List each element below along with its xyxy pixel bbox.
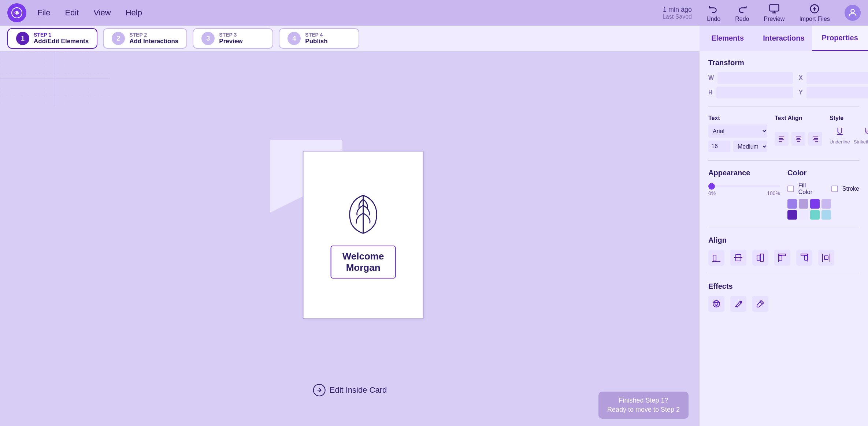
underline-label: Underline [830,139,850,145]
text-subsection: Text Arial Helvetica Times New Roman Med… [708,115,767,152]
stroke-label: Stroke [842,186,859,192]
width-input[interactable] [717,72,793,84]
menu-help[interactable]: Help [126,8,142,18]
color-swatch[interactable] [810,210,820,220]
right-tabs: Elements Interactions Properties [700,26,868,51]
effect-pen-button[interactable] [752,296,768,312]
appearance-title: Appearance [708,169,780,177]
x-input[interactable] [806,72,868,84]
align-left-button[interactable] [775,132,789,146]
tab-elements[interactable]: Elements [700,26,756,51]
font-size-input[interactable] [708,141,730,152]
color-swatch[interactable] [787,199,797,209]
top-menu: File Edit View Help [37,8,652,18]
svg-point-1 [16,12,18,14]
step-3-label: STEP 3 [219,32,242,38]
effect-blur-button[interactable] [708,296,724,312]
svg-point-46 [716,305,717,306]
color-swatch[interactable] [821,210,831,220]
menu-file[interactable]: File [37,8,50,18]
step-2-name: Add Interactions [129,38,178,45]
y-input[interactable] [806,87,868,98]
y-field: Y [799,87,868,98]
align-bottom-button[interactable] [708,250,724,266]
color-swatch[interactable] [799,210,808,220]
effects-buttons [708,296,859,312]
color-swatch[interactable] [810,199,820,209]
step-1[interactable]: 1 STEP 1 Add/Edit Elements [7,28,97,49]
height-input[interactable] [716,87,793,98]
effects-title: Effects [708,282,859,291]
align-right-button[interactable] [808,132,822,146]
tab-interactions[interactable]: Interactions [756,26,812,51]
strikethrough-button[interactable]: U [859,124,868,138]
style-label: Style [830,115,868,122]
font-size-row: Medium Regular Bold [708,141,767,152]
svg-rect-26 [713,255,716,261]
distribute-button[interactable] [818,250,834,266]
stroke-checkbox[interactable] [831,186,838,192]
transform-section: Transform W X ↻ 0° H [708,59,859,98]
import-files-button[interactable]: Import Files [799,3,830,22]
step-4-name: Publish [305,38,327,45]
opacity-labels: 0% 100% [708,190,780,196]
step-3[interactable]: 3 STEP 3 Preview [193,28,273,49]
svg-rect-41 [824,256,828,259]
save-label: Last Saved [663,14,692,20]
undo-button[interactable]: Undo [706,3,720,22]
color-swatch[interactable] [821,199,831,209]
step-2-number: 2 [112,32,125,45]
y-label: Y [799,89,803,96]
step-4[interactable]: 4 STEP 4 Publish [279,28,359,49]
step-3-number: 3 [201,32,215,45]
app-logo[interactable] [7,3,26,22]
tab-properties[interactable]: Properties [812,26,868,51]
align-left-btn[interactable] [774,250,790,266]
color-title: Color [787,169,859,177]
align-center-button[interactable] [791,132,805,146]
right-panel: Transform W X ↻ 0° H [700,51,868,426]
appearance-color-section: Appearance 0% 100% Color Fill Color [708,169,859,220]
step-4-number: 4 [288,32,301,45]
card-welcome-line2: Morgan [342,262,384,273]
color-subsection: Color Fill Color Stroke [787,169,859,220]
steps-and-tabs-bar: 1 STEP 1 Add/Edit Elements 2 STEP 2 Add … [0,26,868,51]
step-1-number: 1 [16,32,29,45]
font-select[interactable]: Arial Helvetica Times New Roman [708,124,767,138]
text-align-buttons [775,132,822,146]
fill-checkbox[interactable] [787,186,794,192]
canvas-area[interactable]: Welcome Morgan Edit Inside Card Finished… [0,51,700,426]
step-1-name: Add/Edit Elements [34,38,89,45]
finished-step-banner[interactable]: Finished Step 1? Ready to move to Step 2 [598,392,689,419]
svg-rect-9 [0,51,110,106]
text-align-subsection: Text Align [775,115,822,146]
w-label: W [708,75,714,81]
card-wrapper: Welcome Morgan [270,136,424,326]
top-right-area: 1 min ago Last Saved Undo Redo Preview I… [663,3,861,22]
edit-inside-card-button[interactable]: Edit Inside Card [313,384,387,397]
step-2[interactable]: 2 STEP 2 Add Interactions [103,28,187,49]
align-buttons-row [708,250,859,266]
redo-button[interactable]: Redo [735,3,749,22]
align-center-v-button[interactable] [730,250,746,266]
user-avatar[interactable] [845,5,861,21]
menu-view[interactable]: View [93,8,111,18]
align-section: Align [708,236,859,266]
color-swatch[interactable] [799,199,808,209]
align-right-btn[interactable] [796,250,812,266]
finished-line2: Ready to move to Step 2 [607,405,680,414]
svg-rect-31 [761,254,764,261]
effect-paint-button[interactable] [730,296,746,312]
text-sub-label: Text [708,115,767,122]
svg-point-6 [851,10,854,13]
svg-rect-2 [769,5,779,11]
opacity-slider[interactable] [708,185,780,187]
menu-edit[interactable]: Edit [65,8,79,18]
color-swatches [787,199,831,220]
align-center-h-button[interactable] [752,250,768,266]
effects-section: Effects [708,282,859,312]
underline-button[interactable]: U [831,124,849,138]
preview-button[interactable]: Preview [764,3,785,22]
font-weight-select[interactable]: Medium Regular Bold [733,141,767,152]
color-swatch[interactable] [787,210,797,220]
